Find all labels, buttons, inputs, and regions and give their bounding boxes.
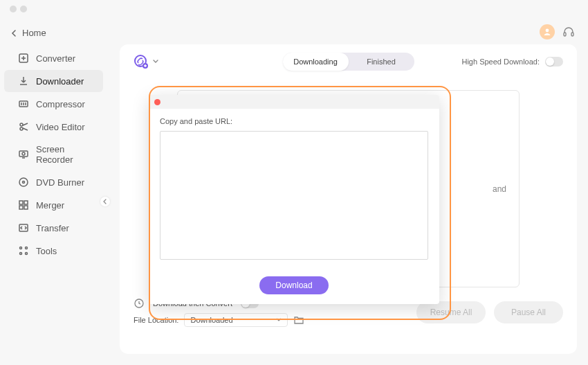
svg-point-7: [23, 181, 25, 184]
sidebar-item-transfer[interactable]: Transfer: [4, 217, 103, 239]
svg-point-6: [19, 178, 28, 186]
chevron-down-icon: [276, 317, 282, 323]
modal-label: Copy and paste URL:: [160, 117, 428, 125]
sidebar-item-label: Transfer: [36, 223, 69, 233]
traffic-light-close[interactable]: [10, 6, 17, 12]
chevron-down-icon: [153, 59, 158, 64]
avatar[interactable]: [540, 24, 555, 39]
sidebar-item-label: Compressor: [36, 99, 85, 109]
sidebar-item-screen-recorder[interactable]: Screen Recorder: [4, 139, 103, 170]
support-button[interactable]: [562, 25, 576, 39]
window-titlebar: [0, 0, 588, 18]
button-label: Download: [275, 281, 312, 290]
svg-rect-11: [24, 206, 28, 209]
tab-label: Finished: [367, 57, 396, 66]
sidebar-item-compressor[interactable]: Compressor: [4, 93, 103, 115]
tab-finished[interactable]: Finished: [349, 53, 414, 71]
svg-point-16: [26, 253, 28, 255]
tools-icon: [18, 245, 29, 256]
high-speed-toggle[interactable]: [545, 57, 563, 66]
paste-url-modal: Copy and paste URL: Download: [149, 95, 439, 304]
clock-icon: [134, 298, 145, 309]
svg-point-17: [546, 29, 549, 33]
svg-rect-4: [19, 151, 28, 157]
svg-point-2: [20, 123, 23, 126]
sidebar-item-tools[interactable]: Tools: [4, 240, 103, 262]
add-url-button[interactable]: [134, 54, 158, 69]
chevron-left-icon: [11, 30, 18, 37]
open-folder-button[interactable]: [293, 314, 304, 326]
sidebar-item-converter[interactable]: Converter: [4, 47, 103, 69]
svg-point-5: [22, 152, 25, 155]
tab-downloading[interactable]: Downloading: [283, 53, 349, 71]
file-location-select[interactable]: Downloaded: [184, 313, 288, 327]
sidebar-item-label: DVD Burner: [36, 177, 84, 188]
status-segmented-control: Downloading Finished: [283, 53, 414, 71]
merger-icon: [18, 199, 29, 211]
transfer-icon: [18, 222, 29, 233]
screen-recorder-icon: [18, 149, 29, 160]
button-label: Pause All: [511, 308, 546, 317]
file-location-label: File Location:: [134, 316, 178, 324]
user-icon: [542, 27, 552, 37]
modal-titlebar: [149, 95, 439, 109]
traffic-light-min[interactable]: [20, 6, 27, 12]
sidebar-item-label: Downloader: [36, 76, 84, 87]
sidebar-item-merger[interactable]: Merger: [4, 194, 103, 216]
svg-point-14: [26, 247, 28, 249]
folder-icon: [293, 314, 304, 326]
sidebar-item-label: Screen Recorder: [36, 144, 95, 165]
button-label: Resume All: [430, 308, 472, 317]
scissors-icon: [18, 121, 29, 132]
url-textarea[interactable]: [160, 131, 428, 260]
svg-rect-19: [571, 33, 573, 36]
svg-rect-9: [24, 201, 28, 204]
disc-icon: [18, 177, 29, 188]
svg-rect-10: [19, 206, 23, 209]
hsd-label: High Speed Download:: [461, 57, 540, 66]
modal-close-button[interactable]: [154, 99, 160, 105]
sidebar-item-label: Converter: [36, 53, 75, 64]
downloader-icon: [18, 75, 29, 87]
converter-icon: [18, 53, 29, 64]
sidebar-item-label: Tools: [36, 246, 57, 256]
compressor-icon: [18, 98, 29, 109]
file-location-value: Downloaded: [190, 316, 232, 324]
link-plus-icon: [134, 54, 149, 69]
svg-point-15: [20, 253, 22, 255]
sidebar-item-label: Video Editor: [36, 122, 85, 132]
home-label: Home: [22, 28, 46, 38]
svg-point-3: [20, 127, 23, 130]
tab-label: Downloading: [293, 57, 338, 66]
svg-rect-8: [19, 201, 23, 204]
headset-icon: [562, 25, 576, 39]
sidebar-item-video-editor[interactable]: Video Editor: [4, 116, 103, 138]
pause-all-button[interactable]: Pause All: [494, 301, 563, 323]
home-nav[interactable]: Home: [0, 25, 107, 46]
download-button[interactable]: Download: [259, 276, 329, 294]
svg-rect-18: [564, 33, 566, 36]
svg-point-13: [20, 247, 22, 249]
sidebar-item-dvd-burner[interactable]: DVD Burner: [4, 171, 103, 193]
sidebar: Home Converter Downloader Compressor Vi: [0, 18, 107, 365]
drop-hint-text: and: [493, 184, 506, 194]
sidebar-item-label: Merger: [36, 200, 64, 211]
sidebar-item-downloader[interactable]: Downloader: [4, 70, 103, 92]
resume-all-button[interactable]: Resume All: [416, 301, 486, 323]
